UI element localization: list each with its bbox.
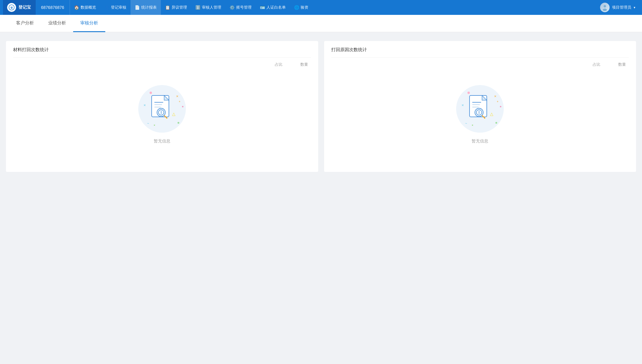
nav-label-verify-capital: 验资: [301, 5, 308, 10]
person-icon: 👤: [104, 5, 109, 10]
svg-point-2: [604, 5, 606, 7]
nav-item-lottery-mgmt[interactable]: ⚙️ 摇号管理: [225, 0, 256, 15]
empty-icon-wrap-1: × ~ × + △ ×: [138, 85, 186, 133]
main-nav: 🏠 数据概览 👤 登记审核 📄 统计报表 📋 异议管理 ℹ️ 审核人管理 ⚙️ …: [70, 0, 597, 15]
empty-document-icon-2: [467, 94, 493, 124]
nav-label-data-overview: 数据概览: [81, 5, 96, 10]
card-title-return-reason: 打回原因次数统计: [331, 47, 629, 53]
avatar: [600, 3, 610, 12]
clipboard-icon: 📋: [165, 5, 170, 10]
nav-label-registration-review: 登记审核: [111, 5, 126, 10]
header: 登 登记宝 6876876876 🏠 数据概览 👤 登记审核 📄 统计报表 📋 …: [0, 0, 642, 15]
phone-number: 6876876876: [36, 0, 70, 15]
svg-text:登: 登: [10, 7, 13, 9]
nav-item-stats-report[interactable]: 📄 统计报表: [131, 0, 161, 15]
return-reason-stats-card: 打回原因次数统计 占比 数量 × ~ × + △ ×: [324, 41, 636, 172]
logo-area[interactable]: 登 登记宝: [3, 0, 36, 15]
col-header-ratio-1: 占比: [275, 62, 282, 67]
empty-document-icon-1: [149, 94, 175, 124]
empty-text-2: 暂无信息: [472, 139, 488, 144]
dropdown-arrow-icon: ▾: [634, 6, 635, 10]
nav-label-stats-report: 统计报表: [141, 5, 157, 10]
empty-state-1: × ~ × + △ ×: [13, 73, 311, 150]
svg-point-3: [603, 9, 607, 11]
empty-state-2: × ~ × + △ ×: [331, 73, 629, 150]
svg-point-20: [479, 111, 480, 112]
tab-review-analysis[interactable]: 审核分析: [73, 15, 105, 32]
col-header-count-2: 数量: [618, 62, 626, 67]
svg-point-23: [484, 117, 485, 119]
card-header-row-2: 占比 数量: [331, 57, 629, 67]
svg-point-10: [161, 111, 161, 112]
col-header-ratio-2: 占比: [593, 62, 600, 67]
nav-item-data-overview[interactable]: 🏠 数据概览: [70, 0, 100, 15]
col-header-count-1: 数量: [300, 62, 308, 67]
gear-icon: ⚙️: [230, 5, 235, 10]
sub-tabs-container: 客户分析 业绩分析 审核分析: [0, 15, 642, 32]
nav-label-lottery-mgmt: 摇号管理: [236, 5, 252, 10]
id-icon: 🪪: [260, 5, 265, 10]
nav-item-registration-review[interactable]: 👤 登记审核: [100, 0, 131, 15]
nav-label-id-whitelist: 人证白名单: [266, 5, 286, 10]
nav-item-verify-capital[interactable]: 🌐 验资: [290, 0, 313, 15]
nav-item-objection-mgmt[interactable]: 📋 异议管理: [161, 0, 191, 15]
content-area: 材料打回次数统计 占比 数量 × ~ × + △ ×: [0, 32, 642, 178]
nav-label-reviewer-mgmt: 审核人管理: [202, 5, 221, 10]
card-title-material-return: 材料打回次数统计: [13, 47, 311, 53]
home-icon: 🏠: [74, 5, 79, 10]
globe-icon: 🌐: [294, 5, 299, 10]
nav-label-objection-mgmt: 异议管理: [172, 5, 187, 10]
svg-point-13: [166, 117, 167, 119]
nav-item-reviewer-mgmt[interactable]: ℹ️ 审核人管理: [191, 0, 225, 15]
cards-row: 材料打回次数统计 占比 数量 × ~ × + △ ×: [6, 41, 636, 172]
nav-item-id-whitelist[interactable]: 🪪 人证白名单: [256, 0, 290, 15]
user-name: 项目管理员: [612, 5, 631, 10]
card-header-row-1: 占比 数量: [13, 57, 311, 67]
tab-customer-analysis[interactable]: 客户分析: [9, 15, 41, 32]
empty-text-1: 暂无信息: [154, 139, 170, 144]
logo-text: 登记宝: [18, 5, 31, 10]
logo-icon: 登: [7, 3, 16, 12]
info-icon: ℹ️: [195, 5, 200, 10]
material-return-stats-card: 材料打回次数统计 占比 数量 × ~ × + △ ×: [6, 41, 318, 172]
sub-tabs: 客户分析 业绩分析 审核分析: [9, 15, 633, 32]
tab-performance-analysis[interactable]: 业绩分析: [41, 15, 73, 32]
empty-icon-wrap-2: × ~ × + △ ×: [456, 85, 504, 133]
user-area[interactable]: 项目管理员 ▾: [597, 0, 639, 15]
document-icon: 📄: [135, 5, 140, 10]
